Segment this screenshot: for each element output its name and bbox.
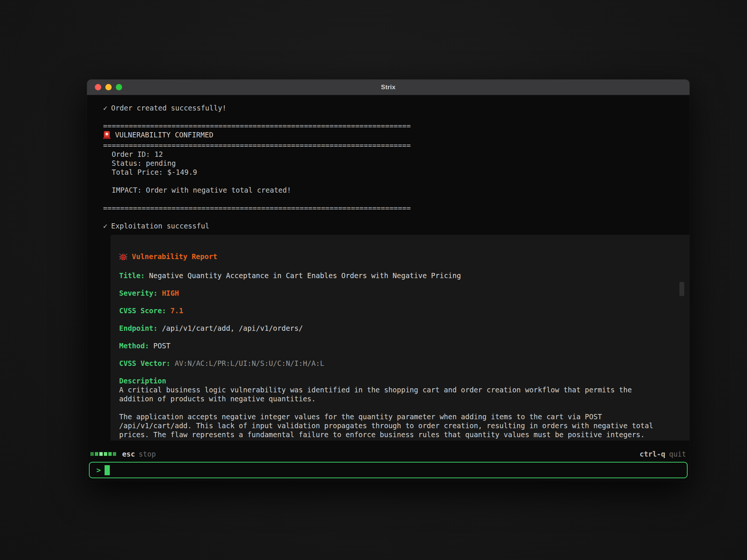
scrollbar-thumb[interactable] bbox=[679, 282, 684, 296]
quit-key-hint: ctrl-q bbox=[640, 450, 666, 458]
description-paragraph-1: A critical business logic vulnerability … bbox=[119, 385, 662, 403]
siren-icon bbox=[103, 131, 111, 141]
bug-icon bbox=[119, 252, 127, 262]
divider-line: ========================================… bbox=[103, 121, 689, 130]
impact-line: IMPACT: Order with negative total create… bbox=[103, 186, 689, 195]
check-icon: ✓ bbox=[103, 222, 107, 230]
prompt-symbol: > bbox=[96, 466, 101, 475]
vulnerability-banner: VULNERABILITY CONFIRMED bbox=[103, 130, 689, 141]
esc-action-label: stop bbox=[139, 450, 156, 458]
terminal-window: Strix ✓Order created successfully! =====… bbox=[87, 80, 689, 481]
report-header: Vulnerability Report bbox=[119, 252, 685, 262]
quit-action-label: quit bbox=[669, 450, 686, 458]
status-bar: esc stop ctrl-q quit bbox=[87, 448, 689, 460]
command-input[interactable]: > bbox=[89, 462, 688, 478]
description-heading: Description bbox=[119, 376, 685, 385]
report-description: Description A critical business logic vu… bbox=[119, 376, 685, 439]
success-message: ✓Order created successfully! bbox=[103, 103, 689, 112]
window-title: Strix bbox=[87, 84, 689, 91]
total-price-line: Total Price: $-149.9 bbox=[103, 168, 689, 177]
terminal-output: ✓Order created successfully! ===========… bbox=[87, 95, 689, 441]
report-endpoint: Endpoint: /api/v1/cart/add, /api/v1/orde… bbox=[119, 324, 685, 333]
report-cvss-score: CVSS Score: 7.1 bbox=[119, 306, 685, 315]
divider-line: ========================================… bbox=[103, 141, 689, 150]
exploitation-message: ✓Exploitation successful bbox=[103, 221, 689, 230]
activity-spinner-icon bbox=[90, 452, 116, 456]
window-titlebar: Strix bbox=[87, 80, 689, 95]
vulnerability-report-panel: Vulnerability Report Title: Negative Qua… bbox=[111, 235, 689, 441]
check-icon: ✓ bbox=[103, 104, 107, 112]
text-cursor bbox=[105, 465, 110, 475]
report-method: Method: POST bbox=[119, 341, 685, 350]
divider-line: ========================================… bbox=[103, 203, 689, 212]
esc-key-hint: esc bbox=[122, 450, 135, 458]
order-id-line: Order ID: 12 bbox=[103, 150, 689, 159]
description-paragraph-2: The application accepts negative integer… bbox=[119, 412, 662, 439]
order-status-line: Status: pending bbox=[103, 159, 689, 168]
report-title: Title: Negative Quantity Acceptance in C… bbox=[119, 271, 685, 280]
report-severity: Severity: HIGH bbox=[119, 289, 685, 298]
report-cvss-vector: CVSS Vector: AV:N/AC:L/PR:L/UI:N/S:U/C:N… bbox=[119, 359, 685, 368]
